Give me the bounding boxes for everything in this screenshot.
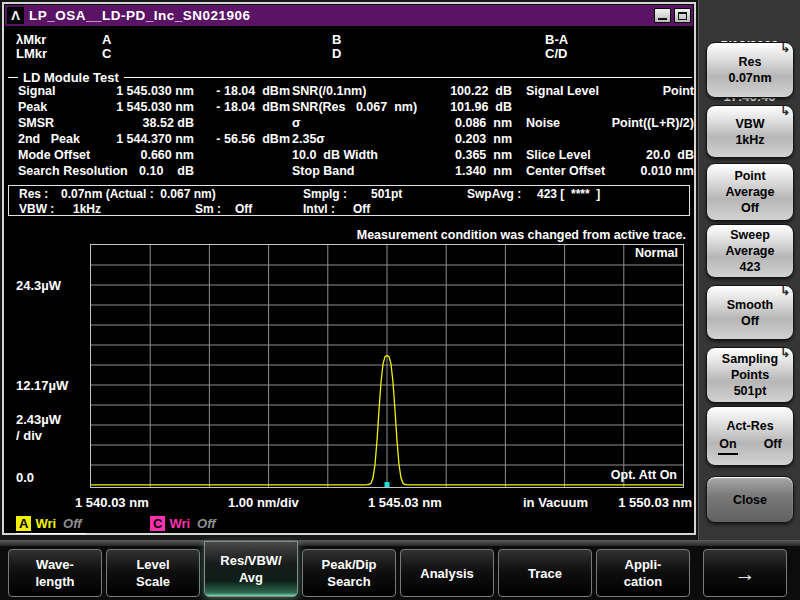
marker-cd-label: C/D (545, 46, 567, 61)
tab-application[interactable]: Appli-cation (596, 549, 690, 597)
softkey-sweep-average[interactable]: SweepAverage423 (706, 224, 794, 278)
result-row: SMSR38.52 dB σ0.086 nm NoisePoint((L+R)/… (4, 116, 698, 132)
submenu-arrow-icon: ↳ (780, 105, 790, 117)
softkey-panel: 5/19/2020 17:46:46 ↳ Res0.07nm ↳ VBW1kHz… (698, 0, 800, 540)
vbw-value: 1kHz (73, 202, 101, 216)
marker-c-label: C (102, 46, 111, 61)
marker-ba-label: B-A (545, 32, 568, 47)
swpavg-key: SwpAvg : (467, 187, 521, 201)
result-row: Peak1 545.030 nm- 18.04 dBm SNR(Res 0.06… (4, 100, 698, 116)
trace-a-state: Off (63, 516, 82, 531)
marker-a-label: A (102, 32, 111, 47)
sm-key: Sm : (195, 202, 221, 216)
marker-b-label: B (332, 32, 341, 47)
trace-mode-label: Normal (635, 246, 678, 260)
act-res-on-option[interactable]: On (718, 436, 737, 455)
trace-a-legend[interactable]: A Wri Off (16, 516, 82, 531)
x-axis-start-label: 1 540.03 nm (75, 495, 149, 510)
x-axis-center-label: 1 545.03 nm (368, 495, 442, 510)
submenu-arrow-icon: ↳ (780, 347, 790, 359)
maximize-button[interactable] (674, 8, 691, 23)
y-axis-zero-label: 0.0 (16, 470, 34, 485)
sm-value: Off (235, 202, 252, 216)
softkey-smooth[interactable]: ↳ SmoothOff (706, 285, 794, 340)
vbw-key: VBW : (19, 202, 54, 216)
trace-a-write-label: Wri (35, 516, 56, 531)
submenu-arrow-icon: ↳ (780, 42, 790, 54)
osa-screen: Λ LP_OSA__LD-PD_Inc_SN021906 λMkr A B B-… (0, 0, 800, 600)
trace-c-badge[interactable]: C (150, 516, 165, 531)
y-axis-mid-label: 12.17µW (16, 378, 68, 393)
tab-res-vbw-avg[interactable]: Res/VBW/Avg (204, 541, 298, 597)
tab-level-scale[interactable]: LevelScale (106, 549, 200, 597)
spectrum-trace-svg (91, 245, 683, 487)
softkey-res[interactable]: ↳ Res0.07nm (706, 42, 794, 98)
res-key: Res : (19, 187, 48, 201)
trace-c-write-label: Wri (169, 516, 190, 531)
result-row: Search Resolution0.10 dB Stop Band1.340 … (4, 164, 698, 180)
lambda-marker-label: λMkr (16, 32, 46, 47)
swpavg-value: 423 [ **** ] (537, 187, 600, 201)
condition-changed-message: Measurement condition was changed from a… (4, 228, 686, 242)
app-logo-icon: Λ (7, 7, 24, 24)
tab-analysis[interactable]: Analysis (400, 549, 494, 597)
analysis-section-divider: LD Module Test (8, 70, 692, 85)
minimize-button[interactable] (654, 8, 671, 23)
submenu-arrow-icon: ↳ (780, 285, 790, 297)
smplg-value: 501pt (371, 187, 402, 201)
tab-trace[interactable]: Trace (498, 549, 592, 597)
softkey-sampling-points[interactable]: ↳ SamplingPoints501pt (706, 347, 794, 403)
trace-c-state: Off (197, 516, 216, 531)
marker-d-label: D (332, 46, 341, 61)
smplg-key: Smplg : (303, 187, 347, 201)
intvl-value: Off (353, 202, 370, 216)
result-row: Signal1 545.030 nm- 18.04 dBm SNR(/0.1nm… (4, 84, 698, 100)
result-row: 2nd Peak1 544.370 nm- 56.56 dBm 2.35σ0.2… (4, 132, 698, 148)
main-window: Λ LP_OSA__LD-PD_Inc_SN021906 λMkr A B B-… (2, 2, 696, 535)
intvl-key: Intvl : (303, 202, 335, 216)
softkey-point-average[interactable]: PointAverageOff (706, 163, 794, 221)
level-marker-label: LMkr (16, 46, 47, 61)
tab-peak-dip-search[interactable]: Peak/DipSearch (302, 549, 396, 597)
active-trace-underline (16, 533, 86, 534)
tab-wavelength[interactable]: Wave-length (8, 549, 102, 597)
softkey-close[interactable]: Close (706, 476, 794, 523)
menu-more-arrow-button[interactable]: → (703, 549, 787, 597)
act-res-off-option[interactable]: Off (764, 436, 782, 455)
sweep-status-box: Res : 0.07nm (Actual : 0.067 nm) Smplg :… (8, 185, 690, 216)
function-menu-bar: Wave-length LevelScale Res/VBW/Avg Peak/… (0, 540, 800, 600)
trace-c-legend[interactable]: C Wri Off (150, 516, 216, 531)
optical-attenuator-status: Opt. Att On (611, 468, 677, 482)
y-axis-per-div-unit: / div (16, 428, 42, 443)
title-bar: Λ LP_OSA__LD-PD_Inc_SN021906 (5, 5, 693, 26)
trace-a-badge[interactable]: A (16, 516, 31, 531)
spectrum-plot-area: Normal Opt. Att On (90, 244, 684, 488)
y-axis-top-label: 24.3µW (16, 278, 61, 293)
x-axis-per-div-label: 1.00 nm/div (228, 495, 299, 510)
y-axis-per-div-label: 2.43µW (16, 412, 61, 427)
result-row: Mode Offset0.660 nm 10.0 dB Width0.365 n… (4, 148, 698, 164)
window-title: LP_OSA__LD-PD_Inc_SN021906 (29, 8, 251, 23)
analysis-section-title: LD Module Test (18, 70, 124, 85)
res-value: 0.07nm (Actual : 0.067 nm) (61, 187, 216, 201)
softkey-act-res[interactable]: Act-Res On Off (706, 406, 794, 466)
x-axis-stop-label: 1 550.03 nm (600, 495, 692, 510)
softkey-vbw[interactable]: ↳ VBW1kHz (706, 105, 794, 158)
x-axis-medium-label: in Vacuum (523, 495, 588, 510)
right-arrow-icon: → (735, 565, 756, 582)
